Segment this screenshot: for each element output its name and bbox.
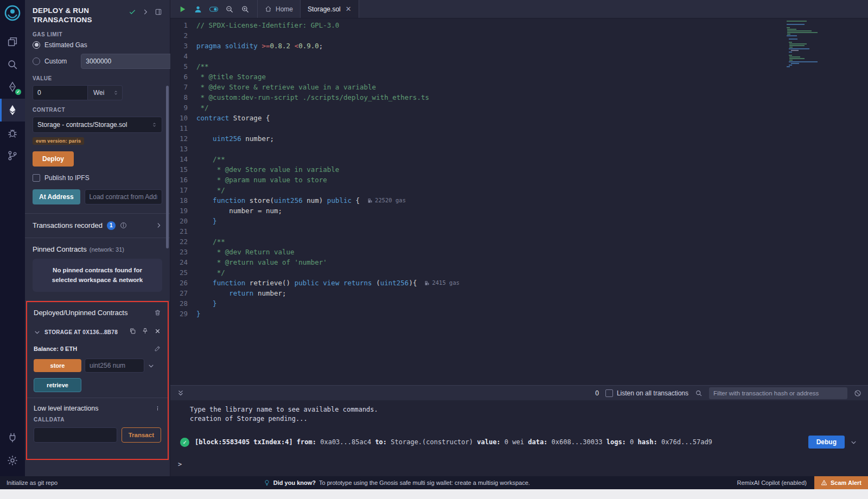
deploy-run-icon[interactable] <box>0 99 25 121</box>
tab-home[interactable]: Home <box>258 0 301 18</box>
code-line[interactable]: 21 <box>170 226 868 236</box>
deployed-contracts-section: Deployed/Unpinned Contracts STORAGE AT 0… <box>26 301 169 460</box>
expand-terminal-icon[interactable] <box>177 389 184 397</box>
code-line[interactable]: 29} <box>170 309 868 319</box>
code-line[interactable]: 25 */ <box>170 267 868 278</box>
listen-all-checkbox[interactable] <box>605 389 613 397</box>
line-number: 11 <box>170 123 196 133</box>
pin-panel-icon[interactable] <box>155 8 162 17</box>
terminal-output[interactable]: Type the library name to see available c… <box>170 400 868 476</box>
deploy-button[interactable]: Deploy <box>33 151 74 167</box>
info-icon[interactable] <box>120 222 127 229</box>
calldata-input[interactable] <box>34 427 117 443</box>
code-line[interactable]: 6 * @title Storage <box>170 72 868 82</box>
close-contract-icon[interactable] <box>154 328 161 336</box>
copilot-toggle-icon[interactable] <box>209 5 218 14</box>
panel-title: DEPLOY & RUN TRANSACTIONS <box>33 7 115 25</box>
code-line[interactable]: 23 * @dev Return value <box>170 247 868 257</box>
info-icon[interactable] <box>154 405 161 412</box>
pin-contract-icon[interactable] <box>142 328 149 336</box>
stepper-arrows-icon <box>151 121 157 129</box>
custom-gas-input[interactable] <box>81 54 175 69</box>
code-line[interactable]: 2 <box>170 30 868 41</box>
tab-storage-sol[interactable]: Storage.sol ✕ <box>301 0 359 18</box>
code-line[interactable]: 20 } <box>170 216 868 226</box>
value-unit-select[interactable]: Wei <box>88 85 123 100</box>
code-editor[interactable]: 1// SPDX-License-Identifier: GPL-3.023pr… <box>170 18 868 385</box>
transact-button[interactable]: Transact <box>122 427 161 443</box>
solidity-compiler-icon[interactable]: ✓ <box>0 76 25 99</box>
retrieve-function-button[interactable]: retrieve <box>34 378 81 392</box>
store-function-button[interactable]: store <box>34 359 81 372</box>
contract-select[interactable]: Storage - contracts/Storage.sol <box>33 117 162 133</box>
code-line[interactable]: 26 function retrieve() public view retur… <box>170 278 868 288</box>
line-number: 22 <box>170 236 196 247</box>
custom-gas-radio[interactable] <box>33 57 40 65</box>
code-line[interactable]: 13 <box>170 144 868 154</box>
publish-ipfs-label: Publish to IPFS <box>44 174 90 182</box>
git-icon[interactable] <box>0 144 25 167</box>
copilot-status[interactable]: RemixAI Copilot (enabled) <box>730 479 814 486</box>
debug-button[interactable]: Debug <box>808 436 845 449</box>
edit-balance-icon[interactable] <box>154 345 161 352</box>
transaction-log-row[interactable]: ✓ [block:5583405 txIndex:4] from: 0xa03.… <box>178 432 863 452</box>
code-line[interactable]: 7 * @dev Store & retrieve value in a var… <box>170 82 868 92</box>
code-line[interactable]: 28 } <box>170 298 868 309</box>
search-icon[interactable] <box>0 53 25 76</box>
ai-assistant-icon[interactable] <box>194 5 202 14</box>
code-line[interactable]: 19 number = num; <box>170 206 868 216</box>
trash-icon[interactable] <box>154 309 161 316</box>
code-line[interactable]: 4 <box>170 51 868 61</box>
line-number: 25 <box>170 267 196 278</box>
zoom-in-icon[interactable] <box>241 5 250 14</box>
deployed-contract-name[interactable]: STORAGE AT 0X136...8B78 <box>44 329 118 335</box>
code-line[interactable]: 24 * @return value of 'number' <box>170 257 868 267</box>
expand-transactions-icon[interactable] <box>155 222 162 229</box>
line-number: 15 <box>170 164 196 175</box>
code-line[interactable]: 12 uint256 number; <box>170 133 868 144</box>
remix-logo-icon[interactable] <box>4 4 21 22</box>
plugin-manager-icon[interactable] <box>0 426 25 449</box>
expand-tx-icon[interactable] <box>850 439 857 446</box>
code-line[interactable]: 17 */ <box>170 185 868 195</box>
close-tab-icon[interactable]: ✕ <box>346 5 352 13</box>
line-number: 1 <box>170 20 196 30</box>
estimated-gas-radio[interactable] <box>33 41 40 49</box>
copy-address-icon[interactable] <box>129 328 136 336</box>
zoom-out-icon[interactable] <box>225 5 234 14</box>
git-init-button[interactable]: Initialize as git repo <box>0 479 64 486</box>
gas-estimate-badge: 22520 gas <box>367 195 406 206</box>
file-explorer-icon[interactable] <box>0 30 25 53</box>
panel-forward-icon[interactable] <box>142 8 149 17</box>
code-line[interactable]: 9 */ <box>170 103 868 113</box>
deployed-contracts-title: Deployed/Unpinned Contracts <box>34 309 127 317</box>
code-line[interactable]: 18 function store(uint256 num) public {2… <box>170 195 868 206</box>
debugger-icon[interactable] <box>0 121 25 144</box>
terminal-prompt[interactable]: > <box>170 460 868 468</box>
code-line[interactable]: 15 * @dev Store value in variable <box>170 164 868 175</box>
chevron-down-icon[interactable] <box>34 329 41 336</box>
transaction-filter-input[interactable] <box>709 387 847 399</box>
publish-ipfs-checkbox[interactable] <box>33 174 40 182</box>
code-line[interactable]: 11 <box>170 123 868 133</box>
store-args-input[interactable] <box>85 359 144 373</box>
panel-scrollbar[interactable] <box>166 86 169 248</box>
code-line[interactable]: 8 * @custom:dev-run-script ./scripts/dep… <box>170 92 868 103</box>
code-line[interactable]: 27 return number; <box>170 288 868 298</box>
code-line[interactable]: 3pragma solidity >=0.8.2 <0.9.0; <box>170 41 868 51</box>
clear-console-icon[interactable] <box>854 389 861 397</box>
scam-alert-button[interactable]: Scam Alert <box>814 476 868 489</box>
run-script-play-icon[interactable] <box>178 5 187 14</box>
value-input[interactable] <box>33 85 88 100</box>
code-line[interactable]: 22 /** <box>170 236 868 247</box>
code-line[interactable]: 14 /** <box>170 154 868 164</box>
code-line[interactable]: 5/** <box>170 61 868 72</box>
editor-minimap[interactable] <box>787 21 820 68</box>
at-address-input[interactable] <box>85 189 162 204</box>
code-line[interactable]: 16 * @param num value to store <box>170 175 868 185</box>
settings-gear-icon[interactable] <box>0 449 25 472</box>
code-line[interactable]: 10contract Storage { <box>170 113 868 123</box>
code-line[interactable]: 1// SPDX-License-Identifier: GPL-3.0 <box>170 20 868 30</box>
at-address-button[interactable]: At Address <box>33 189 80 204</box>
expand-args-icon[interactable] <box>148 362 155 369</box>
